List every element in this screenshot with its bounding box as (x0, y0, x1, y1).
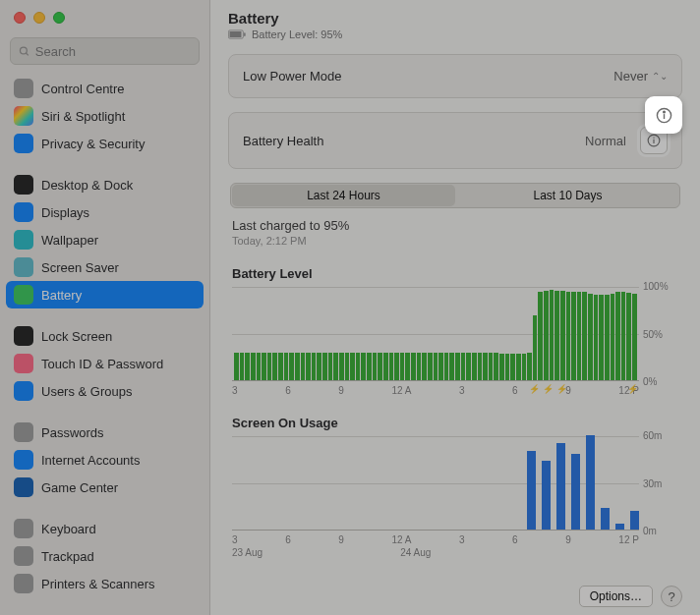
sidebar-icon (14, 519, 33, 538)
sidebar-icon (14, 175, 33, 195)
sidebar-item-label: Control Centre (41, 82, 125, 96)
sidebar-item-control-centre[interactable]: Control Centre (6, 75, 204, 102)
sidebar-item-keyboard[interactable]: Keyboard (6, 515, 204, 542)
battery-status-row: Battery Level: 95% (228, 28, 682, 40)
sidebar-item-displays[interactable]: Displays (6, 198, 204, 226)
minimize-icon[interactable] (33, 12, 45, 24)
main-pane: Battery Battery Level: 95% Low Power Mod… (210, 0, 700, 615)
sidebar-icon (14, 79, 33, 98)
sidebar-icon (14, 285, 33, 305)
time-range-segmented: Last 24 Hours Last 10 Days (230, 183, 680, 208)
sidebar-icon (14, 106, 33, 126)
chart-screen-on-title: Screen On Usage (232, 416, 678, 430)
sidebar-item-label: Passwords (41, 425, 104, 440)
sidebar-item-desktop-dock[interactable]: Desktop & Dock (6, 171, 204, 198)
chart-x-sublabels: 23 Aug24 Aug (228, 545, 682, 558)
sidebar-icon (14, 546, 33, 566)
sidebar-icon (14, 326, 33, 346)
chevron-updown-icon: ⌃⌄ (652, 71, 668, 82)
sidebar-item-label: Privacy & Security (41, 137, 145, 151)
sidebar-item-siri-spotlight[interactable]: Siri & Spotlight (6, 102, 204, 130)
battery-health-value: Normal (585, 134, 626, 148)
sidebar-item-label: Users & Groups (41, 384, 132, 399)
sidebar-icon (14, 257, 33, 277)
options-button[interactable]: Options… (579, 586, 653, 607)
bolt-icon: ⚡ (556, 384, 567, 394)
highlight-info-button[interactable] (645, 96, 682, 134)
battery-health-card: Battery Health Normal (228, 112, 682, 169)
sidebar-item-internet-accounts[interactable]: Internet Accounts (6, 446, 204, 474)
sidebar-icon (14, 230, 33, 250)
sidebar-icon (14, 477, 33, 497)
system-settings-window: Control CentreSiri & SpotlightPrivacy & … (0, 0, 700, 615)
sidebar-item-printers-scanners[interactable]: Printers & Scanners (6, 570, 204, 597)
sidebar-item-trackpad[interactable]: Trackpad (6, 542, 204, 570)
sidebar: Control CentreSiri & SpotlightPrivacy & … (0, 0, 210, 615)
svg-point-7 (653, 137, 654, 138)
sidebar-icon (14, 450, 33, 470)
low-power-card: Low Power Mode Never ⌃⌄ (228, 54, 682, 98)
sidebar-item-label: Siri & Spotlight (41, 109, 125, 124)
svg-rect-4 (244, 32, 246, 36)
sidebar-item-label: Wallpaper (41, 233, 98, 248)
sidebar-item-label: Touch ID & Password (41, 357, 163, 371)
seg-last-24-hours[interactable]: Last 24 Hours (232, 185, 455, 206)
last-charge-info: Last charged to 95% Today, 2:12 PM (232, 218, 678, 247)
sidebar-icon (14, 354, 33, 373)
battery-status-text: Battery Level: 95% (252, 28, 342, 40)
seg-last-10-days[interactable]: Last 10 Days (456, 184, 679, 207)
sidebar-icon (14, 422, 33, 442)
low-power-value: Never (613, 69, 648, 84)
svg-point-0 (20, 47, 27, 54)
chart-battery-level: ⚡⚡⚡ ⚡ 100%50%0% (232, 287, 678, 381)
sidebar-item-label: Trackpad (41, 549, 94, 564)
sidebar-item-passwords[interactable]: Passwords (6, 419, 204, 446)
sidebar-icon (14, 202, 33, 222)
sidebar-item-label: Keyboard (41, 522, 96, 536)
search-icon (19, 45, 30, 58)
search-input[interactable] (35, 44, 191, 59)
search-field[interactable] (10, 37, 200, 65)
battery-icon (228, 29, 246, 39)
sidebar-item-label: Lock Screen (41, 329, 112, 344)
svg-rect-3 (230, 31, 242, 37)
sidebar-item-lock-screen[interactable]: Lock Screen (6, 322, 204, 350)
bolt-icon: ⚡ (543, 384, 554, 394)
sidebar-item-label: Displays (41, 205, 89, 220)
bolt-icon: ⚡ (529, 384, 540, 394)
low-power-label: Low Power Mode (243, 69, 341, 84)
sidebar-item-label: Battery (41, 288, 82, 303)
sidebar-item-label: Desktop & Dock (41, 178, 133, 193)
window-controls (0, 0, 209, 31)
sidebar-item-touch-id-password[interactable]: Touch ID & Password (6, 350, 204, 377)
last-charge-main: Last charged to 95% (232, 218, 678, 233)
close-icon[interactable] (14, 12, 26, 24)
chart-x-labels: 36912 A36912 P (228, 531, 643, 545)
page-title: Battery (228, 10, 682, 27)
svg-line-1 (26, 52, 28, 54)
sidebar-icon (14, 134, 33, 153)
sidebar-item-label: Internet Accounts (41, 453, 140, 468)
sidebar-icon (14, 574, 33, 593)
help-button[interactable]: ? (661, 586, 682, 607)
last-charge-sub: Today, 2:12 PM (232, 235, 678, 247)
sidebar-item-screen-saver[interactable]: Screen Saver (6, 253, 204, 281)
sidebar-list: Control CentreSiri & SpotlightPrivacy & … (0, 75, 209, 615)
chart-screen-on: 60m30m0m (232, 436, 678, 531)
low-power-popup[interactable]: Never ⌃⌄ (613, 69, 668, 84)
info-icon (656, 107, 672, 124)
charging-indicators: ⚡⚡⚡ ⚡ (529, 384, 638, 394)
sidebar-icon (14, 381, 33, 401)
maximize-icon[interactable] (53, 12, 65, 24)
svg-point-10 (663, 111, 665, 113)
chart-battery-level-title: Battery Level (232, 266, 678, 281)
sidebar-item-wallpaper[interactable]: Wallpaper (6, 226, 204, 253)
sidebar-item-privacy-security[interactable]: Privacy & Security (6, 130, 204, 157)
sidebar-item-users-groups[interactable]: Users & Groups (6, 377, 204, 405)
sidebar-item-label: Printers & Scanners (41, 577, 155, 591)
sidebar-item-game-center[interactable]: Game Center (6, 474, 204, 501)
battery-health-label: Battery Health (243, 134, 323, 148)
sidebar-item-battery[interactable]: Battery (6, 281, 204, 308)
bolt-icon: ⚡ (627, 384, 638, 394)
sidebar-item-label: Game Center (41, 480, 118, 495)
